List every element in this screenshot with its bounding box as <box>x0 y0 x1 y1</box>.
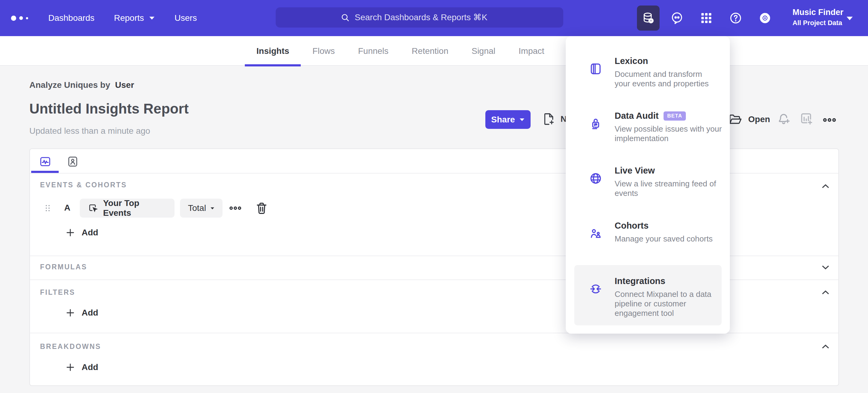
chevron-up-icon <box>819 180 832 193</box>
menu-item-title: Live View <box>615 166 655 176</box>
metric-value: Total <box>188 203 206 213</box>
section-header-breakdowns: BREAKDOWNS <box>40 342 101 351</box>
menu-item-title: Cohorts <box>615 221 649 231</box>
tab-user-profiles[interactable] <box>67 156 79 168</box>
analyze-prefix: Analyze Uniques by <box>29 80 110 90</box>
data-audit-lock-icon <box>589 117 602 131</box>
menu-item-title: Lexicon <box>615 56 648 66</box>
add-label: Add <box>82 362 98 372</box>
nav-item-dashboards[interactable]: Dashboards <box>48 13 94 23</box>
collapse-events-button[interactable] <box>819 180 832 193</box>
tab-events-metrics[interactable] <box>39 156 51 168</box>
project-name: Music Finder <box>793 7 843 17</box>
event-selector-chip[interactable]: Your Top Events <box>80 199 175 218</box>
drag-handle[interactable] <box>41 202 54 214</box>
delete-event-button[interactable] <box>254 201 269 216</box>
add-breakdown-button[interactable]: Add <box>65 362 98 372</box>
menu-item-title-text: Data Audit <box>615 111 659 120</box>
pulse-chart-icon <box>39 156 51 168</box>
tab-insights[interactable]: Insights <box>245 36 301 66</box>
section-header-formulas: FORMULAS <box>40 263 87 271</box>
feedback-bubble-icon <box>670 11 684 25</box>
add-to-board-button[interactable] <box>799 111 814 126</box>
card-active-tab-underline <box>31 171 59 173</box>
beta-badge: BETA <box>663 111 686 120</box>
expand-formulas-button[interactable] <box>819 261 832 273</box>
analyze-selector: Analyze Uniques by User <box>29 80 134 90</box>
section-header-filters: FILTERS <box>40 288 75 297</box>
mixpanel-logo-icon[interactable] <box>11 0 28 36</box>
help-button[interactable] <box>728 11 743 25</box>
menu-item-description: View possible issues with your implement… <box>615 124 725 143</box>
open-label: Open <box>748 114 770 124</box>
grid-icon <box>699 11 713 25</box>
project-scope: All Project Data <box>793 19 843 27</box>
global-search[interactable] <box>276 7 563 28</box>
trash-icon <box>254 201 269 216</box>
project-selector[interactable]: Music Finder All Project Data <box>793 7 843 27</box>
apps-grid-button[interactable] <box>699 11 713 25</box>
tab-signal[interactable]: Signal <box>460 36 507 66</box>
menu-item-integrations[interactable]: Integrations Connect Mixpanel to a data … <box>566 274 730 329</box>
gear-icon <box>758 11 772 25</box>
nav-item-reports[interactable]: Reports <box>114 13 155 23</box>
tab-label: Impact <box>519 46 544 56</box>
tab-funnels[interactable]: Funnels <box>346 36 400 66</box>
event-row-more-button[interactable] <box>228 201 242 215</box>
caret-down-icon <box>519 118 525 121</box>
section-header-events: EVENTS & COHORTS <box>40 181 127 189</box>
alert-button[interactable] <box>776 111 791 126</box>
integrations-sync-icon <box>589 282 602 296</box>
settings-button[interactable] <box>758 11 772 25</box>
menu-item-description: Manage your saved cohorts <box>615 234 725 244</box>
tab-label: Insights <box>256 46 289 56</box>
event-name: Your Top Events <box>103 198 166 218</box>
nav-item-label: Dashboards <box>48 13 94 23</box>
metric-selector-chip[interactable]: Total <box>180 199 222 218</box>
share-button[interactable]: Share <box>485 110 531 129</box>
report-tabs-bar: Insights Flows Funnels Retention Signal … <box>0 36 868 66</box>
nav-item-users[interactable]: Users <box>175 13 197 23</box>
search-input[interactable] <box>355 12 499 22</box>
tab-label: Funnels <box>358 46 389 56</box>
more-horizontal-icon <box>822 113 837 127</box>
menu-item-description: Connect Mixpanel to a data pipeline or c… <box>615 289 725 318</box>
add-event-button[interactable]: Add <box>65 227 98 238</box>
collapse-breakdowns-button[interactable] <box>819 341 832 353</box>
menu-item-data-audit[interactable]: Data AuditBETA View possible issues with… <box>566 108 730 164</box>
data-management-menu: Lexicon Document and transform your even… <box>566 36 730 334</box>
open-report-button[interactable]: Open <box>728 112 770 127</box>
live-view-globe-icon <box>589 172 602 185</box>
collapse-filters-button[interactable] <box>819 286 832 299</box>
profile-card-icon <box>67 156 79 168</box>
nav-item-label: Users <box>175 13 197 23</box>
tab-label: Retention <box>412 46 448 56</box>
question-circle-icon <box>728 11 743 25</box>
more-actions-button[interactable] <box>822 113 837 127</box>
primary-nav: Dashboards Reports Users <box>48 0 197 36</box>
tab-flows[interactable]: Flows <box>301 36 346 66</box>
menu-item-description: Document and transform your events and p… <box>615 69 725 88</box>
updated-timestamp: Updated less than a minute ago <box>29 126 150 136</box>
plus-icon <box>65 308 75 318</box>
add-filter-button[interactable]: Add <box>65 308 98 318</box>
folder-open-icon <box>728 112 743 127</box>
chart-plus-icon <box>799 111 814 126</box>
more-horizontal-icon <box>228 201 242 215</box>
cohorts-people-icon <box>589 227 602 240</box>
data-management-button[interactable] <box>637 5 659 31</box>
menu-item-title: Data AuditBETA <box>615 111 686 121</box>
menu-item-live-view[interactable]: Live View View a live streaming feed of … <box>566 163 730 218</box>
menu-item-lexicon[interactable]: Lexicon Document and transform your even… <box>566 54 730 109</box>
menu-item-cohorts[interactable]: Cohorts Manage your saved cohorts <box>566 218 730 273</box>
feedback-button[interactable] <box>670 11 684 25</box>
tab-label: Flows <box>312 46 335 56</box>
menu-item-title: Integrations <box>615 276 665 286</box>
analyze-value-user[interactable]: User <box>115 80 134 90</box>
chevron-up-icon <box>819 341 832 353</box>
tab-retention[interactable]: Retention <box>400 36 460 66</box>
tab-impact[interactable]: Impact <box>507 36 556 66</box>
page-title[interactable]: Untitled Insights Report <box>29 101 189 117</box>
document-plus-icon <box>541 112 556 126</box>
chevron-up-icon <box>819 286 832 299</box>
